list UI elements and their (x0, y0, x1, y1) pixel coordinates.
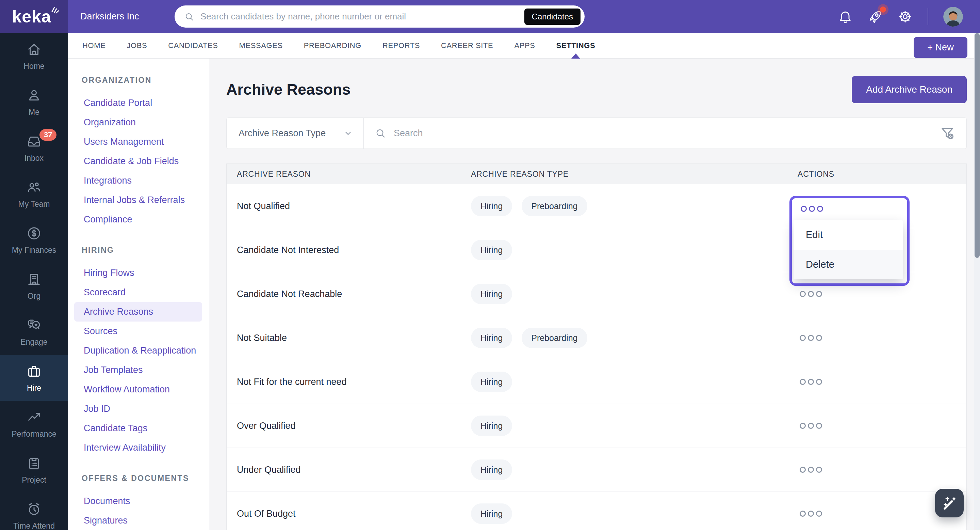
table-search[interactable] (364, 118, 936, 148)
reason-type-pill: Hiring (471, 284, 512, 304)
tab-preboarding[interactable]: PREBOARDING (304, 33, 361, 58)
sidebar-item-job-id[interactable]: Job ID (68, 399, 209, 418)
primary-nav-home[interactable]: Home (0, 33, 68, 79)
archive-reason-type-cell: HiringPreboarding (468, 328, 794, 348)
scrollbar-track[interactable] (974, 33, 980, 530)
keka-logo[interactable]: keka (0, 0, 68, 33)
sidebar-item-scorecard[interactable]: Scorecard (68, 283, 209, 302)
sidebar-item-organization[interactable]: Organization (68, 113, 209, 132)
primary-nav-inbox[interactable]: Inbox 37 (0, 125, 68, 171)
primary-nav-engage[interactable]: Engage (0, 309, 68, 355)
row-actions-button[interactable] (798, 465, 824, 475)
row-actions-button[interactable] (798, 333, 824, 343)
sidebar-section-title: OFFERS & DOCUMENTS (68, 469, 209, 488)
ai-assistant-button[interactable] (935, 489, 964, 517)
primary-nav-label: Time Attend (13, 522, 55, 530)
sidebar-item-candidate-tags[interactable]: Candidate Tags (68, 418, 209, 438)
hire-icon (26, 364, 42, 379)
table-header-row: ARCHIVE REASON ARCHIVE REASON TYPE ACTIO… (227, 164, 966, 184)
new-button[interactable]: + New (914, 37, 967, 58)
archive-reason-type-cell: Hiring (468, 284, 794, 304)
team-icon (26, 179, 42, 195)
table-row: Under Qualified Hiring (227, 448, 966, 492)
table-row: Not Fit for the current need Hiring (227, 360, 966, 404)
add-archive-reason-button[interactable]: Add Archive Reason (852, 76, 967, 103)
app-root: Darksiders Inc Candidates keka Home Me I… (0, 0, 980, 530)
sidebar-section-title: ORGANIZATION (68, 70, 209, 90)
table-search-input[interactable] (393, 128, 936, 139)
tab-messages[interactable]: MESSAGES (239, 33, 282, 58)
tab-settings[interactable]: SETTINGS (556, 33, 595, 58)
sidebar-item-internal-jobs-referrals[interactable]: Internal Jobs & Referrals (68, 190, 209, 210)
page-header: Archive Reasons Add Archive Reason (226, 74, 967, 105)
sidebar-item-interview-availability[interactable]: Interview Availability (68, 438, 209, 457)
primary-nav-me[interactable]: Me (0, 79, 68, 125)
sidebar-item-duplication-reapplication[interactable]: Duplication & Reapplication (68, 341, 209, 360)
sidebar-item-compliance[interactable]: Compliance (68, 210, 209, 229)
chevron-down-icon (343, 128, 353, 138)
row-actions-button[interactable] (798, 421, 824, 431)
archive-reason-cell: Candidate Not Interested (227, 245, 468, 255)
tab-apps[interactable]: APPS (514, 33, 535, 58)
archive-reason-cell: Out Of Budget (227, 509, 468, 519)
sidebar-item-users-management[interactable]: Users Management (68, 132, 209, 152)
tab-candidates[interactable]: CANDIDATES (168, 33, 218, 58)
sidebar-item-candidate-job-fields[interactable]: Candidate & Job Fields (68, 152, 209, 171)
primary-nav-label: Org (27, 292, 40, 301)
row-actions-menu: Edit Delete (794, 220, 903, 279)
tab-reports[interactable]: REPORTS (382, 33, 420, 58)
scrollbar-thumb[interactable] (975, 33, 980, 258)
settings-sidebar: ORGANIZATION Candidate PortalOrganizatio… (68, 59, 209, 530)
primary-nav-org[interactable]: Org (0, 263, 68, 309)
tab-home[interactable]: HOME (82, 33, 105, 58)
whats-new-rocket-icon[interactable] (868, 9, 883, 24)
sidebar-item-integrations[interactable]: Integrations (68, 171, 209, 190)
reason-type-pill: Preboarding (522, 196, 587, 216)
primary-nav-label: Project (22, 476, 46, 485)
global-search-input[interactable] (200, 11, 524, 22)
primary-nav-time-attend[interactable]: Time Attend (0, 493, 68, 530)
column-header-archive-reason-type: ARCHIVE REASON TYPE (468, 170, 794, 179)
primary-nav-performance[interactable]: Performance (0, 401, 68, 447)
tab-career-site[interactable]: CAREER SITE (441, 33, 493, 58)
sidebar-item-sources[interactable]: Sources (68, 322, 209, 341)
primary-nav-project[interactable]: Project (0, 447, 68, 493)
reason-type-pill: Hiring (471, 460, 512, 480)
reason-type-pill: Hiring (471, 503, 512, 524)
primary-nav-label: Me (29, 108, 40, 117)
user-avatar[interactable] (943, 7, 963, 27)
sidebar-item-job-templates[interactable]: Job Templates (68, 360, 209, 380)
archive-reason-cell: Not Fit for the current need (227, 377, 468, 387)
primary-nav-my-finances[interactable]: My Finances (0, 217, 68, 263)
notifications-bell-icon[interactable] (838, 9, 853, 24)
column-header-archive-reason: ARCHIVE REASON (227, 170, 468, 179)
reason-type-pill: Hiring (471, 328, 512, 348)
edit-menu-item[interactable]: Edit (794, 220, 903, 250)
delete-menu-item[interactable]: Delete (794, 250, 903, 279)
sidebar-item-signatures[interactable]: Signatures (68, 511, 209, 530)
row-actions-button[interactable] (798, 377, 824, 387)
sidebar-item-archive-reasons[interactable]: Archive Reasons (74, 302, 202, 322)
global-search[interactable]: Candidates (175, 5, 585, 27)
clear-filter-icon[interactable] (940, 125, 955, 141)
sidebar-item-candidate-portal[interactable]: Candidate Portal (68, 93, 209, 113)
finance-icon (26, 225, 42, 241)
sidebar-item-hiring-flows[interactable]: Hiring Flows (68, 263, 209, 283)
sidebar-item-documents[interactable]: Documents (68, 492, 209, 511)
sidebar-section-title: HIRING (68, 241, 209, 260)
primary-nav-hire[interactable]: Hire (0, 355, 68, 401)
row-actions-button[interactable] (799, 204, 825, 214)
row-actions-button[interactable] (798, 289, 824, 299)
primary-nav-my-team[interactable]: My Team (0, 171, 68, 217)
logo-text: keka (12, 7, 51, 27)
sidebar-item-workflow-automation[interactable]: Workflow Automation (68, 380, 209, 399)
table-row: Not Suitable HiringPreboarding (227, 316, 966, 360)
reason-type-pill: Hiring (471, 372, 512, 392)
settings-gear-icon[interactable] (898, 9, 913, 24)
tab-jobs[interactable]: JOBS (127, 33, 147, 58)
reason-type-pill: Preboarding (522, 328, 587, 348)
search-scope-badge: Candidates (524, 8, 581, 25)
archive-reason-type-dropdown[interactable]: Archive Reason Type (227, 118, 364, 148)
row-actions-button[interactable] (798, 509, 824, 519)
magic-wand-icon (940, 494, 959, 512)
